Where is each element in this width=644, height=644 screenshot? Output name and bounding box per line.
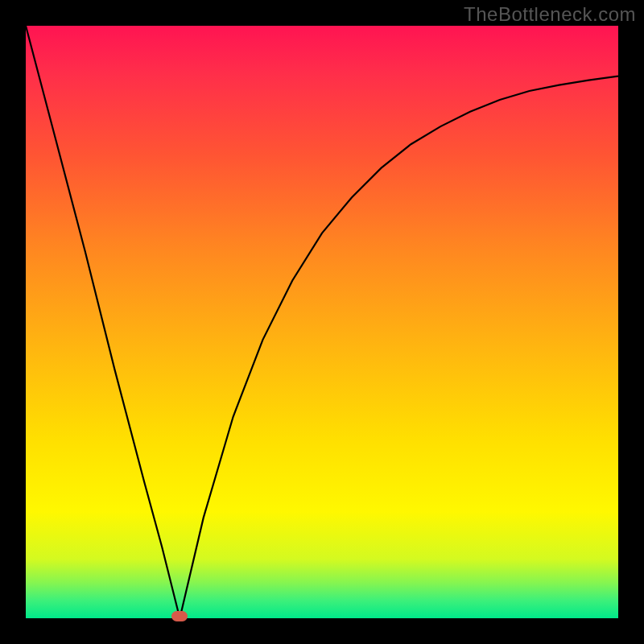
minimum-marker xyxy=(171,611,188,621)
chart-frame: TheBottleneck.com xyxy=(0,0,644,644)
curve-path xyxy=(26,26,618,618)
attribution-text: TheBottleneck.com xyxy=(464,3,636,26)
bottleneck-curve xyxy=(26,26,618,618)
